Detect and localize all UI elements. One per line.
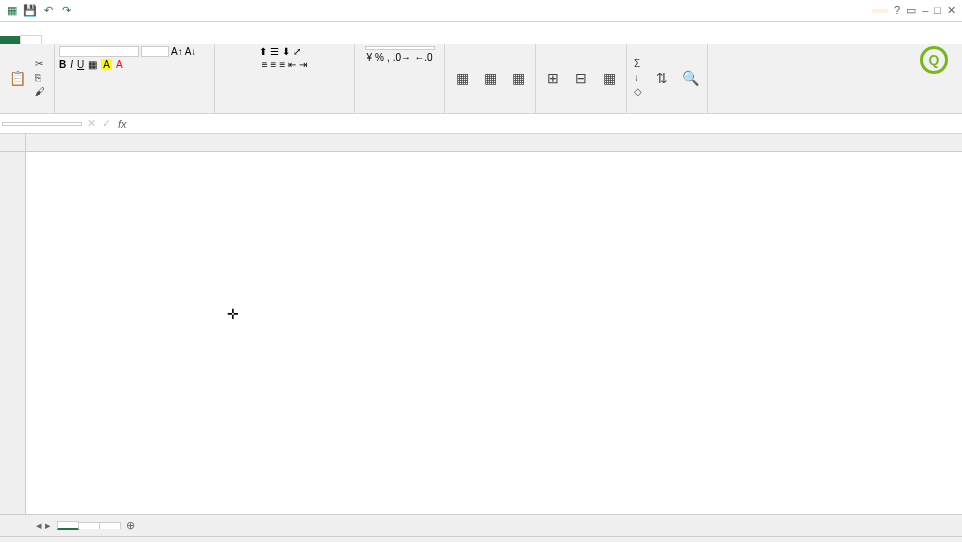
tab-design[interactable] [222, 36, 242, 44]
format-as-table-button[interactable]: ▦ [477, 67, 503, 89]
redo-icon[interactable]: ↷ [58, 3, 74, 19]
orientation-icon[interactable]: ⤢ [293, 46, 301, 57]
increase-font-icon[interactable]: A↑ [171, 46, 183, 57]
logo-icon: Q [920, 46, 948, 74]
format-button[interactable]: ▦ [596, 67, 622, 89]
sheet-tabs-bar: ◂ ▸ ⊕ [0, 514, 962, 536]
excel-icon: ▦ [4, 3, 20, 19]
tab-home[interactable] [20, 35, 42, 44]
status-bar: ▦ ▭ ▣ ─────⊙───── + [0, 536, 962, 542]
maximize-icon[interactable]: □ [934, 4, 941, 17]
conditional-format-button[interactable]: ▦ [449, 67, 475, 89]
currency-icon[interactable]: ¥ [367, 52, 373, 63]
group-label-font [59, 109, 210, 111]
group-styles: ▦ ▦ ▦ [445, 44, 536, 113]
formula-input[interactable] [131, 123, 962, 125]
tab-insert[interactable] [42, 36, 62, 44]
sheet-tab-0[interactable] [57, 521, 79, 530]
tab-powerpivot[interactable] [202, 36, 222, 44]
align-middle-icon[interactable]: ☰ [270, 46, 279, 57]
sheet-tab-2[interactable] [99, 522, 121, 529]
tab-file[interactable] [0, 36, 20, 44]
cancel-formula-icon[interactable]: ✕ [84, 117, 99, 130]
ribbon-tabs [0, 22, 962, 44]
row-headers [0, 152, 26, 514]
italic-button[interactable]: I [70, 59, 73, 70]
add-sheet-button[interactable]: ⊕ [120, 516, 141, 535]
tab-powerquery[interactable] [182, 36, 202, 44]
cell-styles-icon: ▦ [509, 69, 527, 87]
close-icon[interactable]: ✕ [947, 4, 956, 17]
font-name-combo[interactable] [59, 46, 139, 57]
decrease-decimal-icon[interactable]: ←.0 [414, 52, 432, 63]
group-label-cells [540, 109, 622, 111]
group-clipboard: 📋 ✂ ⎘ 🖌 [0, 44, 55, 113]
percent-icon[interactable]: % [375, 52, 384, 63]
cell-styles-button[interactable]: ▦ [505, 67, 531, 89]
tab-developer[interactable] [162, 36, 182, 44]
name-box[interactable] [2, 122, 82, 126]
paste-button[interactable]: 📋 [4, 67, 30, 89]
select-all-corner[interactable] [0, 134, 26, 151]
help-icon[interactable]: ? [894, 4, 900, 17]
cells-container[interactable] [26, 152, 962, 514]
tab-view[interactable] [142, 36, 162, 44]
column-headers [0, 134, 962, 152]
number-format-combo[interactable] [365, 46, 435, 50]
enter-formula-icon[interactable]: ✓ [99, 117, 114, 130]
decrease-font-icon[interactable]: A↓ [185, 46, 197, 57]
align-bottom-icon[interactable]: ⬇ [282, 46, 290, 57]
fill-color-button[interactable]: A [101, 59, 112, 70]
align-top-icon[interactable]: ⬆ [259, 46, 267, 57]
cut-button[interactable]: ✂ [32, 57, 50, 70]
tab-review[interactable] [122, 36, 142, 44]
align-left-icon[interactable]: ≡ [262, 59, 268, 70]
font-color-button[interactable]: A [116, 59, 123, 70]
indent-decrease-icon[interactable]: ⇤ [288, 59, 296, 70]
find-icon: 🔍 [681, 69, 699, 87]
border-button[interactable]: ▦ [88, 59, 97, 70]
tab-data[interactable] [102, 36, 122, 44]
undo-icon[interactable]: ↶ [40, 3, 56, 19]
comma-icon[interactable]: , [387, 52, 390, 63]
font-size-combo[interactable] [141, 46, 169, 57]
sort-icon: ⇅ [653, 69, 671, 87]
save-icon[interactable]: 💾 [22, 3, 38, 19]
grid-area: ✛ [0, 134, 962, 514]
group-cells: ⊞ ⊟ ▦ [536, 44, 627, 113]
insert-button[interactable]: ⊞ [540, 67, 566, 89]
title-bar: ▦ 💾 ↶ ↷ ? ▭ – □ ✕ [0, 0, 962, 22]
find-select-button[interactable]: 🔍 [677, 67, 703, 89]
watermark-logo: Q [920, 46, 952, 74]
group-editing: Σ ↓ ◇ ⇅ 🔍 [627, 44, 708, 113]
fill-button[interactable]: ↓ [631, 71, 647, 84]
group-label-alignment [219, 109, 350, 111]
group-alignment: ⬆ ☰ ⬇ ⤢ ≡ ≡ ≡ ⇤ ⇥ [215, 44, 355, 113]
clear-button[interactable]: ◇ [631, 85, 647, 98]
sort-filter-button[interactable]: ⇅ [649, 67, 675, 89]
ribbon-options-icon[interactable]: ▭ [906, 4, 916, 17]
conditional-format-icon: ▦ [453, 69, 471, 87]
underline-button[interactable]: U [77, 59, 84, 70]
fx-button[interactable]: fx [114, 118, 131, 130]
indent-increase-icon[interactable]: ⇥ [299, 59, 307, 70]
copy-button[interactable]: ⎘ [32, 71, 50, 84]
wrap-text-button[interactable] [304, 46, 310, 57]
tab-formulas[interactable] [82, 36, 102, 44]
formula-bar: ✕ ✓ fx [0, 114, 962, 134]
contextual-tab-label [872, 9, 888, 13]
ribbon-body: 📋 ✂ ⎘ 🖌 A↑ A↓ B I U ▦ A [0, 44, 962, 114]
sheet-tab-1[interactable] [78, 522, 100, 529]
increase-decimal-icon[interactable]: .0→ [393, 52, 411, 63]
align-right-icon[interactable]: ≡ [279, 59, 285, 70]
delete-icon: ⊟ [572, 69, 590, 87]
minimize-icon[interactable]: – [922, 4, 928, 17]
tab-layout[interactable] [62, 36, 82, 44]
bold-button[interactable]: B [59, 59, 66, 70]
align-center-icon[interactable]: ≡ [271, 59, 277, 70]
sheet-nav[interactable]: ◂ ▸ [30, 519, 57, 532]
format-painter-button[interactable]: 🖌 [32, 85, 50, 98]
group-font: A↑ A↓ B I U ▦ A A [55, 44, 215, 113]
autosum-button[interactable]: Σ [631, 57, 647, 70]
delete-button[interactable]: ⊟ [568, 67, 594, 89]
